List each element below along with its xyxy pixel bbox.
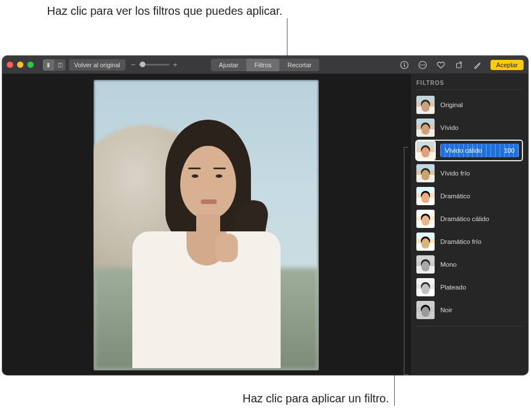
edited-photo — [94, 80, 319, 370]
toolbar-right: Aceptar — [399, 60, 524, 70]
tab-crop[interactable]: Recortar — [279, 59, 319, 71]
filter-item-vivid[interactable]: Vívido — [416, 117, 522, 138]
filter-label: Vívido frío — [440, 170, 519, 177]
zoom-window-button[interactable] — [27, 62, 34, 68]
svg-point-2 — [404, 63, 405, 64]
filter-thumb — [416, 210, 435, 228]
close-window-button[interactable] — [7, 62, 13, 68]
rotate-icon[interactable] — [454, 60, 464, 70]
tab-filters[interactable]: Filtros — [246, 59, 279, 71]
svg-rect-1 — [404, 64, 404, 67]
filter-intensity-slider[interactable]: Vívido cálido100 — [440, 144, 519, 157]
tab-adjust[interactable]: Ajustar — [211, 59, 246, 71]
filter-item-orig[interactable]: Original — [416, 95, 522, 115]
filter-item-warm[interactable]: Vívido cálido100 — [416, 140, 522, 161]
auto-enhance-icon[interactable] — [472, 60, 483, 70]
filters-sidebar: FILTROS OriginalVívidoVívido cálido100Ví… — [410, 74, 528, 375]
filter-label: Dramático cálido — [440, 215, 519, 222]
filter-item-dram[interactable]: Dramático — [416, 186, 522, 206]
filter-list-bracket — [404, 147, 408, 375]
filter-intensity-value: 100 — [504, 147, 514, 154]
view-mode-single-icon: ▮ — [43, 59, 54, 71]
filter-label: Vívido — [440, 124, 519, 131]
filter-thumb — [416, 278, 435, 296]
filter-item-cool[interactable]: Vívido frío — [416, 163, 522, 184]
filter-label: Dramático frío — [440, 238, 519, 245]
info-icon[interactable] — [399, 60, 410, 70]
filter-item-dramw[interactable]: Dramático cálido — [416, 209, 522, 229]
revert-original-button[interactable]: Volver al original — [69, 59, 125, 71]
filter-thumb — [416, 187, 435, 205]
filter-label: Noir — [440, 307, 519, 313]
filter-item-noir[interactable]: Noir — [416, 300, 522, 320]
svg-point-4 — [420, 64, 421, 66]
photos-edit-window: ▮ ◫ Volver al original − + Ajustar Filtr… — [2, 56, 528, 375]
svg-point-6 — [424, 64, 425, 66]
filter-label: Vívido cálido — [445, 147, 504, 154]
filter-label: Plateado — [440, 284, 519, 291]
window-controls — [7, 62, 34, 68]
filter-list: OriginalVívidoVívido cálido100Vívido frí… — [416, 95, 522, 327]
edit-mode-segmented: Ajustar Filtros Recortar — [211, 59, 319, 71]
zoom-out-button[interactable]: − — [131, 60, 136, 69]
minimize-window-button[interactable] — [17, 62, 23, 68]
callout-filters-tab: Haz clic para ver los filtros que puedes… — [0, 3, 282, 18]
filter-thumb — [416, 164, 435, 182]
view-mode-compare-icon: ◫ — [54, 59, 66, 71]
sidebar-title: FILTROS — [416, 80, 522, 90]
filter-label: Original — [440, 101, 519, 108]
filter-item-mono[interactable]: Mono — [416, 254, 522, 275]
filter-thumb — [416, 255, 435, 274]
filter-label: Mono — [440, 261, 519, 268]
favorite-heart-icon[interactable] — [436, 60, 446, 70]
photo-canvas[interactable] — [2, 74, 410, 375]
filter-thumb — [416, 119, 435, 137]
filter-label: Dramático — [440, 193, 519, 199]
filter-thumb — [416, 96, 435, 114]
accept-button[interactable]: Aceptar — [491, 60, 524, 70]
filter-item-dramc[interactable]: Dramático frío — [416, 231, 522, 252]
zoom-in-button[interactable]: + — [173, 60, 177, 69]
svg-rect-7 — [457, 63, 461, 68]
zoom-slider-group: − + — [131, 60, 177, 69]
filter-thumb — [416, 233, 435, 251]
zoom-slider[interactable] — [139, 64, 169, 66]
more-options-icon[interactable] — [417, 60, 428, 70]
callout-leader-top — [287, 18, 287, 58]
toolbar: ▮ ◫ Volver al original − + Ajustar Filtr… — [2, 56, 528, 74]
filter-thumb — [416, 301, 435, 319]
zoom-slider-thumb[interactable] — [140, 62, 145, 67]
view-mode-toggle[interactable]: ▮ ◫ — [43, 59, 66, 71]
filter-item-silver[interactable]: Plateado — [416, 277, 522, 297]
editor-body: FILTROS OriginalVívidoVívido cálido100Ví… — [2, 74, 528, 375]
filter-thumb — [416, 141, 435, 160]
callout-apply-filter: Haz clic para aplicar un filtro. — [0, 392, 389, 405]
svg-point-5 — [422, 64, 423, 66]
